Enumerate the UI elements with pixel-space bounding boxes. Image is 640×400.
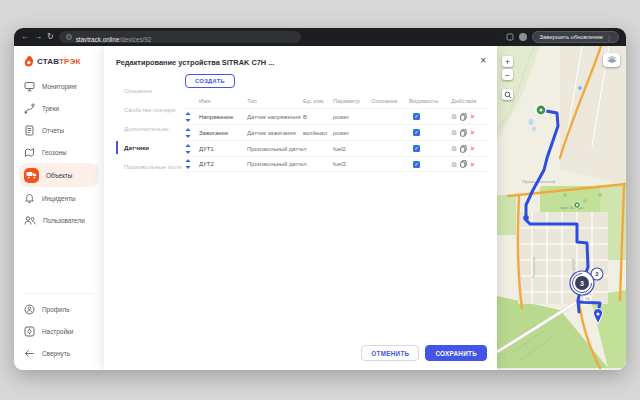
- sensor-delete-icon[interactable]: ×: [470, 145, 474, 152]
- map-search-button[interactable]: [502, 89, 513, 100]
- sensor-param: power: [333, 114, 371, 120]
- road-shield-label: 36: [585, 296, 590, 301]
- geozone-icon: [24, 147, 35, 158]
- column-header: Видимость: [409, 98, 451, 104]
- drag-handle-icon[interactable]: [185, 112, 199, 122]
- sensor-settings-icon[interactable]: ⚙: [451, 161, 457, 168]
- column-header: Описание: [371, 98, 409, 104]
- sidebar-item-profile[interactable]: Профиль: [14, 298, 104, 320]
- profile-avatar[interactable]: [519, 33, 527, 41]
- sidebar-item-settings[interactable]: Настройки: [14, 320, 104, 342]
- visibility-checkbox[interactable]: ✓: [413, 145, 420, 152]
- sensor-settings-icon[interactable]: ⚙: [451, 129, 457, 136]
- modal-title: Редактирование устройства SITRAK C7H ...: [116, 58, 274, 67]
- map-panel[interactable]: Промышленный парк Победы Рогожникова 50 …: [497, 46, 626, 370]
- column-header: Тип: [247, 98, 303, 104]
- sensor-unit: В: [303, 114, 333, 120]
- sensor-settings-icon[interactable]: ⚙: [451, 145, 457, 152]
- visibility-checkbox[interactable]: ✓: [413, 129, 420, 136]
- browser-chrome: ← → ↻ stavtrack.online/devices/92 Заверш…: [14, 28, 626, 46]
- layers-button[interactable]: [603, 53, 620, 67]
- menu-dots-icon[interactable]: ⋮: [606, 34, 612, 41]
- svg-text:3: 3: [580, 280, 584, 287]
- modal-tab[interactable]: Датчики: [116, 141, 182, 154]
- sensor-settings-icon[interactable]: ⚙: [451, 113, 457, 120]
- modal-tab[interactable]: Свойства поездки: [116, 103, 182, 116]
- sensor-delete-icon[interactable]: ×: [470, 161, 474, 168]
- route-start-marker[interactable]: [536, 105, 546, 115]
- create-sensor-button[interactable]: СОЗДАТЬ: [185, 74, 235, 88]
- sidebar: СТАВТРЭК Мониторинг Треки Отчеты Геозоны: [14, 46, 104, 370]
- sensor-type: Произвольный датчик: [247, 146, 303, 152]
- sensor-unit: л: [303, 146, 333, 152]
- search-icon: [504, 91, 512, 99]
- sensor-copy-icon[interactable]: [460, 145, 467, 153]
- sensor-delete-icon[interactable]: ×: [470, 113, 474, 120]
- visibility-checkbox[interactable]: ✓: [413, 113, 420, 120]
- sidebar-item-label: Профиль: [42, 306, 70, 313]
- table-row: Напряжение Датчик напряжения В power ✓ ⚙…: [185, 108, 490, 124]
- sensor-copy-icon[interactable]: [460, 160, 467, 168]
- tracks-icon: [24, 103, 35, 114]
- sidebar-item-reports[interactable]: Отчеты: [14, 119, 104, 141]
- sensor-type: Датчик напряжения: [247, 114, 303, 120]
- app-logo: СТАВТРЭК: [14, 53, 104, 75]
- drag-handle-icon[interactable]: [185, 159, 199, 169]
- extensions-icon[interactable]: [506, 33, 514, 41]
- forward-icon[interactable]: →: [34, 33, 42, 41]
- sensor-name: ДУТ2: [199, 161, 247, 167]
- sidebar-item-collapse[interactable]: Свернуть: [14, 342, 104, 364]
- sidebar-item-geozones[interactable]: Геозоны: [14, 141, 104, 163]
- browser-window: ← → ↻ stavtrack.online/devices/92 Заверш…: [14, 28, 626, 370]
- sensor-copy-icon[interactable]: [460, 113, 467, 121]
- sidebar-item-users[interactable]: Пользователи: [14, 209, 104, 231]
- sidebar-item-label: Треки: [42, 105, 59, 112]
- report-icon: [24, 125, 35, 136]
- visibility-checkbox[interactable]: ✓: [413, 161, 420, 168]
- url-path: /devices/92: [119, 36, 151, 43]
- modal-tab[interactable]: Произвольные поля: [116, 160, 182, 173]
- truck-icon: [26, 171, 37, 180]
- sidebar-item-tracks[interactable]: Треки: [14, 97, 104, 119]
- sensor-copy-icon[interactable]: [460, 129, 467, 137]
- sensor-unit: вкл/выкл: [303, 130, 333, 136]
- bell-icon: [24, 193, 35, 204]
- table-header-row: ИмяТипЕд. изм.ПараметрОписаниеВидимостьД…: [185, 94, 490, 108]
- sidebar-item-incidents[interactable]: Инциденты: [14, 187, 104, 209]
- layers-icon: [606, 55, 618, 65]
- sensor-param: fuel2: [333, 146, 371, 152]
- sidebar-divider: [24, 293, 94, 294]
- sidebar-item-label: Пользователи: [43, 217, 85, 224]
- sidebar-item-objects[interactable]: Объекты: [19, 163, 99, 187]
- modal-tab[interactable]: Дополнительно: [116, 122, 182, 135]
- sidebar-item-monitoring[interactable]: Мониторинг: [14, 75, 104, 97]
- sensor-type: Датчик зажигания: [247, 130, 303, 136]
- table-row: ДУТ1 Произвольный датчик л fuel2 ✓ ⚙ ×: [185, 140, 490, 156]
- save-button[interactable]: СОХРАНИТЬ: [425, 345, 487, 361]
- route-point-marker[interactable]: [523, 215, 529, 221]
- profile-icon: [24, 304, 35, 315]
- sensor-delete-icon[interactable]: ×: [470, 129, 474, 136]
- reload-icon[interactable]: ↻: [47, 33, 54, 41]
- zoom-out-button[interactable]: −: [502, 69, 513, 80]
- sensor-param: fuel3: [333, 161, 371, 167]
- back-icon[interactable]: ←: [21, 33, 29, 41]
- modal-tab-list: ОсновноеСвойства поездкиДополнительноДат…: [116, 84, 182, 173]
- cluster-marker-large[interactable]: 3: [570, 271, 594, 295]
- map-canvas: Промышленный парк Победы Рогожникова 50 …: [497, 46, 626, 370]
- finish-update-label: Завершить обновление: [539, 34, 603, 40]
- cancel-button[interactable]: ОТМЕНИТЬ: [361, 345, 419, 361]
- map-street-label: Рогожникова: [532, 257, 536, 278]
- modal-tab[interactable]: Основное: [116, 84, 182, 97]
- zoom-in-button[interactable]: +: [502, 56, 513, 67]
- finish-update-button[interactable]: Завершить обновление ⋮: [532, 31, 619, 43]
- sensor-param: power: [333, 130, 371, 136]
- drag-handle-icon[interactable]: [185, 128, 199, 138]
- logo-text-1: СТАВ: [37, 57, 59, 66]
- close-icon[interactable]: ×: [480, 55, 486, 66]
- sidebar-item-label: Объекты: [46, 172, 72, 179]
- column-header: Имя: [199, 98, 247, 104]
- logo-text-2: ТРЭК: [59, 57, 81, 66]
- url-bar[interactable]: stavtrack.online/devices/92: [59, 31, 301, 43]
- drag-handle-icon[interactable]: [185, 144, 199, 154]
